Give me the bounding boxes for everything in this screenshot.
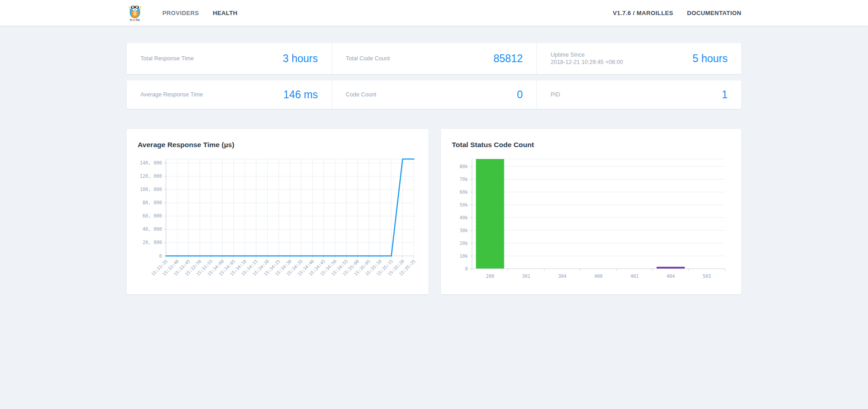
stat-total-response-time: Total Response Time 3 hours: [127, 43, 332, 74]
svg-text:304: 304: [558, 274, 566, 279]
svg-text:30k: 30k: [460, 228, 468, 233]
nav-tab-providers[interactable]: PROVIDERS: [162, 10, 199, 16]
stat-label: Code Count: [346, 91, 376, 98]
uptime-label: Uptime Since: [551, 52, 584, 58]
status-code-chart-card: Total Status Code Count 010k20k30k40k50k…: [441, 129, 741, 294]
main-content: Total Response Time 3 hours Total Code C…: [127, 43, 741, 294]
stat-value: 0: [517, 89, 523, 101]
svg-text:401: 401: [630, 274, 638, 279]
stat-pid: PID 1: [536, 80, 741, 109]
stat-code-count: Code Count 0: [332, 80, 536, 109]
stat-value: 85812: [493, 53, 523, 65]
nav-tab-health[interactable]: HEALTH: [213, 10, 237, 16]
line-chart-title: Average Response Time (µs): [127, 129, 429, 149]
stat-average-response-time: Average Response Time 146 ms: [127, 80, 332, 109]
svg-text:404: 404: [666, 274, 675, 279]
avg-response-time-line-chart: 020, 00040, 00060, 00080, 000100, 000120…: [137, 155, 418, 286]
charts-row: Average Response Time (µs) 020, 00040, 0…: [127, 129, 741, 294]
svg-text:20, 000: 20, 000: [143, 240, 162, 245]
svg-text:140, 000: 140, 000: [140, 160, 162, 165]
svg-text:50k: 50k: [460, 202, 468, 207]
svg-text:0: 0: [465, 266, 468, 271]
svg-text:400: 400: [594, 274, 602, 279]
svg-text:200: 200: [486, 274, 494, 279]
svg-text:10k: 10k: [460, 254, 468, 259]
traefik-gopher-icon: [127, 4, 143, 19]
svg-text:301: 301: [522, 274, 530, 279]
svg-text:60k: 60k: [460, 190, 468, 195]
svg-text:70k: 70k: [460, 177, 468, 182]
stat-uptime-since: Uptime Since 2018-12-21 10:29:45 +08:00 …: [536, 43, 741, 74]
stat-label: Uptime Since 2018-12-21 10:29:45 +08:00: [551, 52, 623, 65]
svg-text:100, 000: 100, 000: [140, 187, 162, 192]
svg-text:20k: 20k: [460, 241, 468, 246]
version-label: V1.7.6 / MAROILLES: [613, 10, 673, 16]
stat-value: 1: [722, 89, 728, 101]
stat-total-code-count: Total Code Count 85812: [332, 43, 536, 74]
svg-text:40k: 40k: [460, 215, 468, 220]
top-nav: træfik PROVIDERS HEALTH V1.7.6 / MAROILL…: [0, 0, 868, 26]
svg-text:60, 000: 60, 000: [143, 213, 162, 218]
stats-card-totals: Total Response Time 3 hours Total Code C…: [127, 43, 741, 74]
bar-chart-title: Total Status Code Count: [441, 129, 741, 149]
svg-text:503: 503: [702, 274, 711, 279]
uptime-timestamp: 2018-12-21 10:29:45 +08:00: [551, 59, 623, 65]
stats-card-current: Average Response Time 146 ms Code Count …: [127, 80, 741, 109]
stat-label: Total Code Count: [346, 55, 390, 62]
status-code-bar-chart: 010k20k30k40k50k60k70k80k200301304400401…: [451, 155, 731, 286]
traefik-logo[interactable]: træfik: [127, 4, 143, 22]
stat-value: 3 hours: [283, 53, 318, 65]
stat-label: Average Response Time: [140, 91, 203, 98]
stat-label: PID: [551, 91, 560, 98]
traefik-wordmark: træfik: [130, 18, 140, 22]
stat-value: 5 hours: [692, 53, 728, 65]
svg-text:80, 000: 80, 000: [143, 200, 162, 205]
documentation-link[interactable]: DOCUMENTATION: [687, 10, 741, 16]
svg-text:0: 0: [159, 254, 162, 259]
stat-value: 146 ms: [284, 89, 318, 101]
avg-response-time-chart-card: Average Response Time (µs) 020, 00040, 0…: [127, 129, 429, 294]
svg-text:80k: 80k: [460, 164, 468, 169]
stat-label: Total Response Time: [140, 55, 194, 62]
svg-text:40, 000: 40, 000: [143, 227, 162, 232]
svg-text:120, 000: 120, 000: [140, 174, 162, 179]
